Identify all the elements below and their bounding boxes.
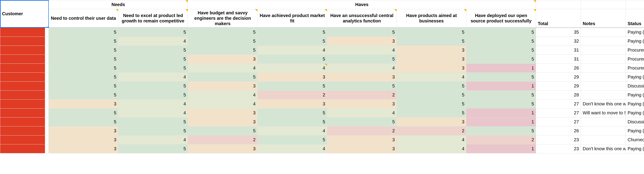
- score-cell[interactable]: 1: [466, 117, 536, 126]
- score-cell[interactable]: 4: [118, 108, 188, 117]
- notes-cell[interactable]: Don't know this one well: [581, 144, 626, 153]
- total-cell[interactable]: 28: [536, 90, 581, 99]
- score-cell[interactable]: 4: [118, 135, 188, 144]
- score-cell[interactable]: 2: [327, 126, 397, 135]
- customer-redacted[interactable]: [0, 54, 45, 63]
- gap-cell[interactable]: [45, 81, 49, 90]
- total-cell[interactable]: 31: [536, 54, 581, 63]
- status-cell[interactable]: Paying (Scale): [626, 90, 644, 99]
- status-cell[interactable]: Paying (Cloud): [626, 108, 644, 117]
- notes-cell[interactable]: [581, 63, 626, 72]
- score-cell[interactable]: 4: [327, 108, 397, 117]
- status-cell[interactable]: Paying (Scale): [626, 72, 644, 81]
- score-cell[interactable]: 5: [466, 99, 536, 108]
- score-cell[interactable]: 5: [118, 117, 188, 126]
- customer-redacted[interactable]: [0, 90, 45, 99]
- score-cell[interactable]: 2: [466, 135, 536, 144]
- score-cell[interactable]: 3: [397, 54, 466, 63]
- header-col-2[interactable]: Have budget and savvy engineers are the …: [188, 9, 258, 28]
- score-cell[interactable]: 5: [188, 36, 258, 45]
- customer-redacted[interactable]: [0, 126, 45, 135]
- score-cell[interactable]: 2: [258, 90, 327, 99]
- customer-redacted[interactable]: [0, 117, 45, 126]
- score-cell[interactable]: 5: [397, 81, 466, 90]
- total-cell[interactable]: 35: [536, 27, 581, 36]
- customer-redacted[interactable]: [0, 108, 45, 117]
- score-cell[interactable]: 5: [188, 72, 258, 81]
- score-cell[interactable]: 4: [118, 72, 188, 81]
- status-cell[interactable]: Paying (Cloud): [626, 144, 644, 153]
- score-cell[interactable]: 5: [49, 90, 118, 99]
- total-cell[interactable]: 29: [536, 81, 581, 90]
- gap-cell[interactable]: [45, 72, 49, 81]
- header-col-0[interactable]: Need to control their user data: [49, 9, 118, 28]
- score-cell[interactable]: 5: [49, 27, 118, 36]
- header-col-6[interactable]: Have deployed our open source product su…: [466, 9, 536, 28]
- score-cell[interactable]: 5: [118, 126, 188, 135]
- notes-cell[interactable]: Don't know this one well: [581, 99, 626, 108]
- score-cell[interactable]: 5: [118, 54, 188, 63]
- score-cell[interactable]: 3: [49, 99, 118, 108]
- score-cell[interactable]: 5: [118, 27, 188, 36]
- score-cell[interactable]: 3: [49, 135, 118, 144]
- score-cell[interactable]: 5: [118, 63, 188, 72]
- score-cell[interactable]: 5: [258, 117, 327, 126]
- cell-customer-header[interactable]: Customer: [0, 0, 49, 28]
- score-cell[interactable]: 5: [49, 117, 118, 126]
- customer-redacted[interactable]: [0, 72, 45, 81]
- header-notes[interactable]: Notes: [581, 9, 626, 28]
- gap-cell[interactable]: [45, 108, 49, 117]
- customer-redacted[interactable]: [0, 45, 45, 54]
- score-cell[interactable]: 3: [327, 72, 397, 81]
- score-cell[interactable]: 4: [258, 45, 327, 54]
- score-cell[interactable]: 5: [49, 36, 118, 45]
- status-cell[interactable]: Churned (Cloud): [626, 135, 644, 144]
- score-cell[interactable]: 5: [466, 36, 536, 45]
- gap-cell[interactable]: [45, 90, 49, 99]
- score-cell[interactable]: 4: [397, 144, 466, 153]
- notes-cell[interactable]: [581, 36, 626, 45]
- score-cell[interactable]: 4: [118, 36, 188, 45]
- gap-cell[interactable]: [45, 63, 49, 72]
- score-cell[interactable]: 4: [258, 144, 327, 153]
- score-cell[interactable]: 5: [397, 108, 466, 117]
- score-cell[interactable]: 5: [258, 27, 327, 36]
- customer-redacted[interactable]: [0, 99, 45, 108]
- score-cell[interactable]: 5: [397, 27, 466, 36]
- score-cell[interactable]: 3: [258, 99, 327, 108]
- customer-redacted[interactable]: [0, 135, 45, 144]
- score-cell[interactable]: 4: [327, 63, 397, 72]
- total-cell[interactable]: 29: [536, 72, 581, 81]
- score-cell[interactable]: 4: [258, 63, 327, 72]
- selection-handle[interactable]: [48, 27, 49, 28]
- score-cell[interactable]: 5: [327, 54, 397, 63]
- score-cell[interactable]: 5: [49, 63, 118, 72]
- total-cell[interactable]: 23: [536, 135, 581, 144]
- score-cell[interactable]: 3: [188, 144, 258, 153]
- score-cell[interactable]: 5: [327, 81, 397, 90]
- notes-cell[interactable]: [581, 135, 626, 144]
- gap-cell[interactable]: [45, 135, 49, 144]
- header-col-5[interactable]: Have products aimed at businesses: [397, 9, 466, 28]
- status-cell[interactable]: Procurement: [626, 54, 644, 63]
- total-cell[interactable]: 27: [536, 99, 581, 108]
- score-cell[interactable]: 5: [466, 90, 536, 99]
- score-cell[interactable]: 5: [258, 54, 327, 63]
- score-cell[interactable]: 3: [188, 54, 258, 63]
- score-cell[interactable]: 3: [327, 36, 397, 45]
- score-cell[interactable]: 5: [466, 54, 536, 63]
- score-cell[interactable]: 5: [327, 27, 397, 36]
- header-blank-2[interactable]: [581, 0, 626, 9]
- score-cell[interactable]: 5: [118, 90, 188, 99]
- customer-redacted[interactable]: [0, 81, 45, 90]
- score-cell[interactable]: 4: [188, 99, 258, 108]
- score-cell[interactable]: 4: [397, 135, 466, 144]
- score-cell[interactable]: 5: [397, 90, 466, 99]
- status-cell[interactable]: Procurement (Scale): [626, 45, 644, 54]
- status-cell[interactable]: Paying (Scale): [626, 36, 644, 45]
- spreadsheet-table[interactable]: Customer Needs Haves Need to control the…: [0, 0, 644, 153]
- status-cell[interactable]: Discussing (Scale): [626, 117, 644, 126]
- score-cell[interactable]: 5: [327, 117, 397, 126]
- customer-redacted[interactable]: [0, 27, 45, 36]
- status-cell[interactable]: Paying (Cloud): [626, 126, 644, 135]
